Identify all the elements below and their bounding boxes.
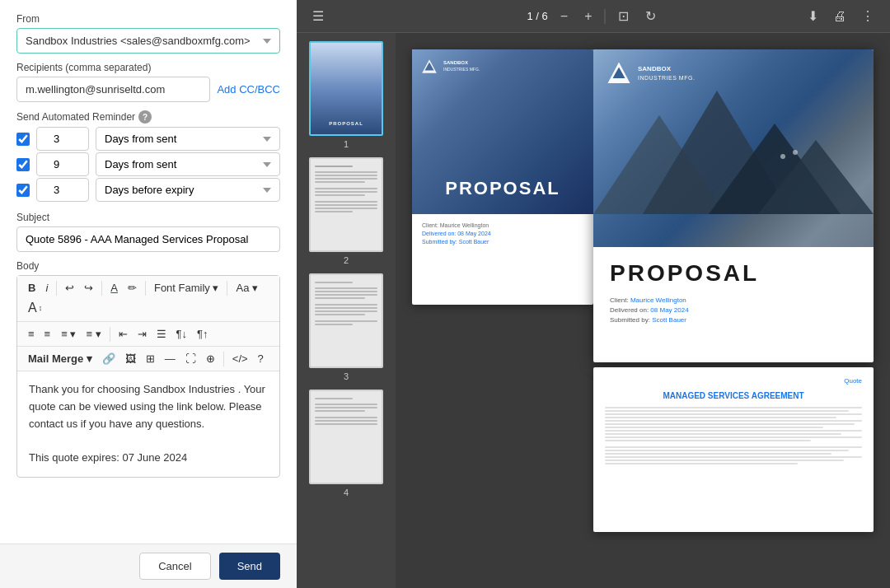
thumb-img-3: [309, 273, 383, 368]
reminder-2-checkbox[interactable]: [16, 158, 30, 171]
thumbnail-3[interactable]: 3: [303, 273, 389, 381]
reminder-section-label: Send Automated Reminder ?: [16, 110, 280, 124]
send-button[interactable]: Send: [219, 553, 280, 580]
cancel-button[interactable]: Cancel: [139, 553, 210, 580]
image-button[interactable]: 🖼: [121, 350, 140, 367]
pdf-more-button[interactable]: ⋮: [857, 7, 878, 26]
align-justify-button[interactable]: ☰: [152, 325, 171, 343]
text-direction-ltr-button[interactable]: ¶↓: [172, 325, 191, 343]
pdf-proposal-title: PROPOSAL: [420, 178, 585, 199]
pdf-rotate-button[interactable]: ↻: [641, 7, 660, 26]
font-size-button[interactable]: Aa ▾: [232, 279, 262, 296]
list-ordered-button[interactable]: ≡ ▾: [82, 325, 105, 343]
mail-merge-button[interactable]: Mail Merge ▾: [24, 350, 96, 367]
hr-button[interactable]: —: [161, 350, 180, 367]
thumb-num-2: 2: [344, 255, 349, 265]
from-label: From: [16, 13, 280, 25]
thumbnail-1[interactable]: PROPOSAL 1: [303, 41, 389, 149]
svg-point-7: [793, 150, 798, 155]
bold-button[interactable]: B: [24, 279, 40, 296]
code-button[interactable]: </>: [228, 350, 252, 367]
pdf-fit-button[interactable]: ⊡: [614, 7, 633, 26]
reminder-1-days[interactable]: [36, 127, 89, 151]
editor-container: B i ↩ ↪ A ✏ Font Family ▾ Aa ▾ A↕: [16, 275, 280, 478]
reminder-1-checkbox[interactable]: [16, 133, 30, 146]
toolbar-sep-1: [56, 281, 57, 296]
recipients-label: Recipients (comma separated): [16, 62, 280, 73]
font-color-button[interactable]: A: [106, 279, 122, 296]
align-left-button[interactable]: ≡: [24, 325, 39, 343]
pdf-client-text: Client: Maurice Wellington: [422, 222, 583, 228]
toolbar-sep-2: [101, 281, 102, 296]
reminder-row-2: Days from sent Days before expiry: [16, 152, 280, 176]
reminder-3-type[interactable]: Days from sent Days before expiry: [96, 178, 280, 202]
thumb-img-2: [309, 157, 383, 252]
pdf-zoom-in-button[interactable]: +: [580, 7, 596, 26]
thumbnail-2[interactable]: 2: [303, 157, 389, 265]
pdf-download-button[interactable]: ⬇: [803, 7, 822, 26]
subject-section: Subject: [16, 212, 280, 252]
subject-input[interactable]: [16, 226, 280, 252]
align-center-button[interactable]: ≡: [40, 325, 56, 343]
recipients-row: Add CC/BCC: [16, 77, 280, 102]
help-icon[interactable]: ?: [138, 110, 152, 124]
pdf-print-button[interactable]: 🖨: [829, 7, 850, 26]
reminder-row-1: Days from sent Days before expiry: [16, 127, 280, 151]
table-button[interactable]: ⊞: [142, 350, 159, 367]
undo-button[interactable]: ↩: [61, 279, 78, 296]
reminder-3-checkbox[interactable]: [16, 184, 30, 197]
link-button[interactable]: 🔗: [98, 350, 119, 367]
thumbnail-4[interactable]: 4: [303, 390, 389, 497]
reminder-2-type[interactable]: Days from sent Days before expiry: [96, 152, 280, 176]
pdf-zoom-out-button[interactable]: −: [556, 7, 572, 26]
pdf-cover-page: SANDBOXINDUSTRIES MFG. PROPOSAL Client: …: [412, 49, 593, 305]
thumb-img-4: [309, 390, 383, 484]
body-label: Body: [16, 260, 280, 272]
toolbar-row-1: B i ↩ ↪ A ✏ Font Family ▾ Aa ▾ A↕: [17, 276, 279, 322]
indent-left-button[interactable]: ⇤: [115, 325, 132, 343]
editor-body[interactable]: Thank you for choosing Sandbox Industrie…: [17, 371, 279, 477]
reminder-2-days[interactable]: [36, 152, 89, 176]
font-size2-button[interactable]: A↕: [24, 298, 46, 318]
thumb-num-3: 3: [344, 371, 349, 381]
fullscreen-button[interactable]: ⛶: [181, 350, 200, 367]
reminder-1-type[interactable]: Days from sent Days before expiry: [96, 127, 280, 151]
recipients-input[interactable]: [16, 77, 210, 102]
subject-label: Subject: [16, 212, 280, 223]
add-cc-button[interactable]: Add CC/BCC: [217, 83, 280, 96]
pdf-submitted-text: Submitted by: Scott Bauer: [422, 239, 583, 245]
main-logo-icon: [607, 61, 631, 86]
pdf-content: PROPOSAL 1: [297, 33, 890, 588]
toolbar-sep-4: [227, 281, 227, 296]
text-direction-rtl-button[interactable]: ¶↑: [193, 325, 212, 343]
pdf-toolbar: ☰ 1 / 6 − + ⊡ ↻ ⬇ 🖨 ⋮: [297, 0, 890, 33]
from-section: From Sandbox Industries <sales@sandboxmf…: [16, 13, 280, 54]
help-editor-button[interactable]: ?: [254, 350, 268, 367]
pdf-page-indicator: 1 / 6: [527, 10, 548, 22]
pdf-logo-icon: [420, 58, 438, 76]
italic-button[interactable]: i: [41, 279, 52, 296]
expand-button[interactable]: ⊕: [202, 350, 219, 367]
reminder-3-days[interactable]: [36, 178, 89, 202]
indent-right-button[interactable]: ⇥: [134, 325, 151, 343]
pdf-main-detail: SANDBOXINDUSTRIES MFG. PROPOSAL Client: …: [593, 49, 874, 362]
pdf-menu-button[interactable]: ☰: [308, 7, 328, 26]
font-family-button[interactable]: Font Family ▾: [150, 279, 223, 296]
list-bullet-button[interactable]: ≡ ▾: [57, 325, 80, 343]
redo-button[interactable]: ↪: [80, 279, 97, 296]
toolbar-sep-5: [110, 327, 110, 342]
pdf-page-2-detail: Quote MANAGED SERVICES AGREEMENT: [593, 367, 874, 532]
body-section: Body B i ↩ ↪ A ✏ Font Family ▾: [16, 260, 280, 478]
main-proposal-title: PROPOSAL: [610, 260, 857, 287]
pdf-main-view: SANDBOXINDUSTRIES MFG. PROPOSAL Client: …: [396, 33, 890, 588]
reminders-section: Send Automated Reminder ? Days from sent…: [16, 110, 280, 203]
pdf-toolbar-right: ⬇ 🖨 ⋮: [803, 7, 878, 26]
pdf-viewer: ☰ 1 / 6 − + ⊡ ↻ ⬇ 🖨 ⋮ PROPOSAL: [297, 0, 890, 588]
toolbar-row-3: Mail Merge ▾ 🔗 🖼 ⊞ — ⛶ ⊕ </> ?: [17, 347, 279, 371]
pdf-toolbar-left: ☰: [308, 7, 328, 26]
pdf-toolbar-sep: [605, 9, 606, 24]
from-select[interactable]: Sandbox Industries <sales@sandboxmfg.com…: [16, 28, 280, 54]
highlight-button[interactable]: ✏: [124, 279, 141, 296]
thumb-num-1: 1: [344, 139, 349, 149]
thumb-num-4: 4: [344, 488, 349, 497]
